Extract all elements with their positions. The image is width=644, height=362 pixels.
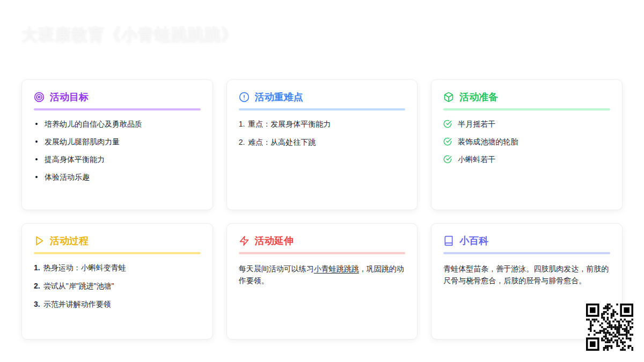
list-item-text: 装饰成池塘的轮胎 — [458, 136, 518, 147]
list-item-text: 发展幼儿腿部肌肉力量 — [45, 136, 120, 147]
list-item-text: 尝试从"岸"跳进"池塘" — [43, 280, 114, 291]
extension-paragraph: 每天晨间活动可以练习小青蛙跳跳跳，巩固跳的动作要领。 — [239, 263, 406, 286]
list-item-text: 热身运动：小蝌蚪变青蛙 — [43, 262, 126, 273]
list-item: 体验活动乐趣 — [34, 172, 201, 182]
card-extension: 活动延伸 每天晨间活动可以练习小青蛙跳跳跳，巩固跳的动作要领。 — [226, 223, 418, 339]
list-item-text: 提高身体平衡能力 — [45, 154, 105, 165]
list-item: 半月摇若干 — [443, 119, 610, 129]
accent-underline — [239, 108, 406, 110]
zap-icon — [239, 235, 250, 246]
list-item: 1.热身运动：小蝌蚪变青蛙 — [34, 262, 201, 273]
list-item-text: 示范并讲解动作要领 — [43, 299, 111, 309]
item-number: 2. — [239, 137, 245, 147]
list-item-text: 体验活动乐趣 — [45, 172, 90, 182]
item-number: 1. — [34, 262, 40, 273]
encyclopedia-paragraph: 青蛙体型苗条，善于游泳。四肢肌肉发达，前肢的尺骨与桡骨愈合，后肢的胫骨与腓骨愈合… — [443, 263, 610, 286]
check-circle-icon — [443, 155, 452, 164]
card-title: 活动过程 — [50, 234, 89, 247]
card-goals: 活动目标 培养幼儿的自信心及勇敢品质 发展幼儿腿部肌肉力量 提高身体平衡能力 体… — [21, 79, 213, 210]
list-item-text: 半月摇若干 — [458, 119, 495, 129]
list-item: 1.重点：发展身体平衡能力 — [239, 119, 406, 129]
accent-underline — [443, 252, 610, 254]
card-key-points: 活动重难点 1.重点：发展身体平衡能力 2.难点：从高处往下跳 — [226, 79, 418, 210]
accent-underline — [34, 108, 201, 110]
inline-link[interactable]: 小青蛙跳跳跳 — [314, 264, 359, 273]
check-circle-icon — [443, 137, 452, 146]
page-title: 大班康教育《小青蛙跳跳跳》 — [21, 24, 238, 46]
check-circle-icon — [443, 120, 452, 128]
list-item-text: 难点：从高处往下跳 — [248, 137, 316, 147]
item-number: 1. — [239, 119, 245, 129]
card-title: 活动延伸 — [255, 234, 294, 247]
item-number: 3. — [34, 299, 40, 309]
accent-underline — [239, 252, 406, 254]
list-item: 提高身体平衡能力 — [34, 154, 201, 165]
bullet-dot — [35, 158, 38, 160]
card-title: 小百科 — [459, 234, 488, 247]
list-item-text: 培养幼儿的自信心及勇敢品质 — [45, 119, 142, 129]
list-item: 2.尝试从"岸"跳进"池塘" — [34, 280, 201, 291]
package-box-icon — [443, 92, 454, 102]
list-item: 装饰成池塘的轮胎 — [443, 136, 610, 147]
target-icon — [34, 92, 45, 102]
item-number: 2. — [34, 280, 40, 291]
bullet-dot — [35, 176, 38, 178]
play-icon — [34, 235, 45, 246]
bullet-dot — [35, 141, 38, 143]
book-icon — [443, 235, 454, 246]
bullet-dot — [35, 123, 38, 125]
list-item-text: 重点：发展身体平衡能力 — [248, 119, 331, 129]
qr-code — [586, 304, 633, 351]
list-item: 3.示范并讲解动作要领 — [34, 299, 201, 309]
list-item: 小蝌蚪若干 — [443, 154, 610, 165]
card-title: 活动目标 — [50, 91, 89, 104]
accent-underline — [34, 252, 201, 254]
paragraph-text: 每天晨间活动可以练习 — [239, 264, 314, 273]
card-title: 活动重难点 — [255, 91, 303, 104]
card-preparation: 活动准备 半月摇若干 装饰成池塘的轮胎 小蝌蚪若干 — [431, 79, 623, 210]
card-process: 活动过程 1.热身运动：小蝌蚪变青蛙 2.尝试从"岸"跳进"池塘" 3.示范并讲… — [21, 223, 213, 339]
card-title: 活动准备 — [459, 91, 498, 104]
accent-underline — [443, 108, 610, 110]
list-item: 2.难点：从高处往下跳 — [239, 137, 406, 147]
list-item: 发展幼儿腿部肌肉力量 — [34, 136, 201, 147]
card-grid: 活动目标 培养幼儿的自信心及勇敢品质 发展幼儿腿部肌肉力量 提高身体平衡能力 体… — [21, 79, 623, 339]
alert-circle-icon — [239, 92, 250, 102]
list-item-text: 小蝌蚪若干 — [458, 154, 495, 165]
list-item: 培养幼儿的自信心及勇敢品质 — [34, 119, 201, 129]
